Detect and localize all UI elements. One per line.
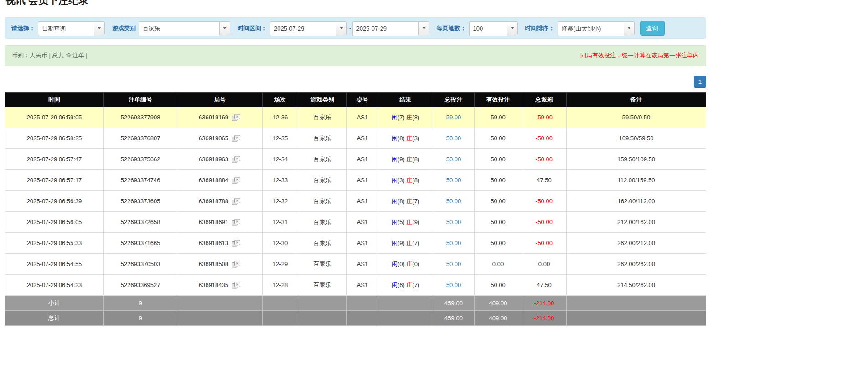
total-bet-cell: 59.00 xyxy=(433,107,475,128)
date-from-input[interactable] xyxy=(270,21,336,36)
round-number: 636918613 xyxy=(199,240,228,246)
player-result: 闲(9) xyxy=(392,156,405,163)
pagination: 1 xyxy=(5,76,706,88)
total-bet-link[interactable]: 50.00 xyxy=(446,156,461,163)
round-number: 636918435 xyxy=(199,282,228,288)
round-number: 636919065 xyxy=(199,135,228,142)
table-no-cell: AS1 xyxy=(347,128,378,149)
result-cell: 闲(9) 庄(8) xyxy=(378,149,433,170)
bet-record-row: 2025-07-29 06:59:05522693377908636919169… xyxy=(5,107,706,128)
table-head: 时间注单编号局号场次游戏类别桌号结果总投注有效投注总派彩备注 xyxy=(5,93,706,107)
payout-cell: -50.00 xyxy=(522,233,567,254)
footer-label-cell: 总计 xyxy=(5,311,104,326)
payout-cell: 47.50 xyxy=(522,170,567,191)
player-result: 闲(0) xyxy=(392,261,405,267)
column-header: 总派彩 xyxy=(522,93,567,107)
game-type-cell: 百家乐 xyxy=(298,191,347,212)
payout-cell: -50.00 xyxy=(522,128,567,149)
payout-cell: 47.50 xyxy=(522,275,567,296)
date-to-dropdown-button[interactable] xyxy=(418,21,429,35)
player-label: 闲 xyxy=(392,282,398,288)
round-replay-icon[interactable] xyxy=(232,282,241,289)
query-button[interactable]: 查询 xyxy=(640,21,665,36)
round-cell: 636918508 xyxy=(177,254,263,275)
banker-score: (7) xyxy=(412,240,419,246)
total-bet-link[interactable]: 50.00 xyxy=(446,219,461,225)
page-title: 视讯 会员下注纪录 xyxy=(5,0,706,5)
column-header: 游戏类别 xyxy=(298,93,347,107)
page-1-button[interactable]: 1 xyxy=(694,76,706,88)
chevron-down-icon xyxy=(223,27,227,29)
total-bet-link[interactable]: 50.00 xyxy=(446,198,461,205)
session-cell: 12-30 xyxy=(263,233,298,254)
valid-bet-cell: 50.00 xyxy=(475,212,522,233)
banker-label: 庄 xyxy=(406,219,412,225)
remark-cell: 109.50/59.50 xyxy=(567,128,706,149)
content-area: 视讯 会员下注纪录 请选择： 游戏类别 时间区间： ~ 每页笔数： 时间排序： xyxy=(5,0,706,326)
player-result: 闲(9) xyxy=(392,240,405,246)
total-bet-link[interactable]: 50.00 xyxy=(446,240,461,246)
table-no-cell: AS1 xyxy=(347,191,378,212)
round-cell: 636918691 xyxy=(177,212,263,233)
sort-dropdown-button[interactable] xyxy=(624,21,635,35)
valid-bet-cell: 50.00 xyxy=(475,233,522,254)
time-cell: 2025-07-29 06:55:33 xyxy=(5,233,104,254)
query-type-dropdown-button[interactable] xyxy=(94,21,105,35)
total-bet-link[interactable]: 50.00 xyxy=(446,135,461,142)
round-cell: 636918788 xyxy=(177,191,263,212)
banker-result: 庄(8) xyxy=(406,177,419,184)
bet-id-cell: 522693377908 xyxy=(104,107,177,128)
banker-score: (7) xyxy=(412,282,419,288)
date-to-input[interactable] xyxy=(352,21,418,36)
total-bet-link[interactable]: 50.00 xyxy=(446,177,461,184)
game-type-input[interactable] xyxy=(139,21,219,36)
table-no-cell: AS1 xyxy=(347,107,378,128)
banker-score: (0) xyxy=(412,261,419,267)
remark-cell: 212.00/162.00 xyxy=(567,212,706,233)
round-replay-icon[interactable] xyxy=(232,261,241,268)
valid-bet-cell: 50.00 xyxy=(475,275,522,296)
round-replay-icon[interactable] xyxy=(232,135,241,142)
session-cell: 12-32 xyxy=(263,191,298,212)
banker-label: 庄 xyxy=(406,240,412,246)
per-page-input[interactable] xyxy=(469,21,507,36)
player-score: (5) xyxy=(398,219,405,225)
sort-input[interactable] xyxy=(558,21,624,36)
round-replay-icon[interactable] xyxy=(232,156,241,163)
round-replay-icon[interactable] xyxy=(232,198,241,205)
footer-empty-cell xyxy=(347,311,378,326)
banker-label: 庄 xyxy=(406,114,412,121)
session-cell: 12-35 xyxy=(263,128,298,149)
banker-label: 庄 xyxy=(406,282,412,288)
bet-id-cell: 522693372658 xyxy=(104,212,177,233)
query-type-input[interactable] xyxy=(38,21,94,36)
time-cell: 2025-07-29 06:59:05 xyxy=(5,107,104,128)
total-bet-link[interactable]: 59.00 xyxy=(446,114,461,121)
game-type-cell: 百家乐 xyxy=(298,170,347,191)
time-cell: 2025-07-29 06:56:05 xyxy=(5,212,104,233)
round-cell: 636918963 xyxy=(177,149,263,170)
table-no-cell: AS1 xyxy=(347,275,378,296)
player-label: 闲 xyxy=(392,177,398,184)
date-from-dropdown-button[interactable] xyxy=(336,21,347,35)
footer-remark-cell xyxy=(567,311,706,326)
banker-score: (8) xyxy=(412,177,419,184)
player-score: (0) xyxy=(398,261,405,267)
column-header: 结果 xyxy=(378,93,433,107)
round-replay-icon[interactable] xyxy=(232,114,241,121)
total-bet-link[interactable]: 50.00 xyxy=(446,261,461,267)
banker-label: 庄 xyxy=(406,177,412,184)
total-bet-cell: 50.00 xyxy=(433,212,475,233)
banker-result: 庄(0) xyxy=(406,261,419,267)
game-type-dropdown-button[interactable] xyxy=(219,21,230,35)
round-replay-icon[interactable] xyxy=(232,177,241,184)
result-cell: 闲(7) 庄(8) xyxy=(378,107,433,128)
round-replay-icon[interactable] xyxy=(232,240,241,247)
total-bet-link[interactable]: 50.00 xyxy=(446,282,461,288)
player-label: 闲 xyxy=(392,198,398,205)
per-page-dropdown-button[interactable] xyxy=(507,21,518,35)
footer-count-cell: 9 xyxy=(104,296,177,311)
subtotal-row: 小计9459.00409.00-214.00 xyxy=(5,296,706,311)
round-replay-icon[interactable] xyxy=(232,219,241,226)
player-label: 闲 xyxy=(392,114,398,121)
